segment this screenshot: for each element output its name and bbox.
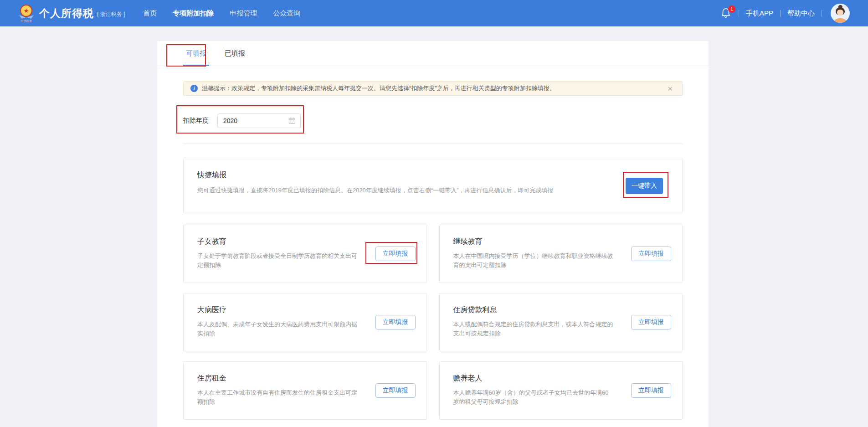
user-avatar[interactable]	[831, 4, 850, 23]
tab-bar: 可填报 已填报	[157, 41, 709, 66]
card-title: 子女教育	[197, 237, 358, 247]
nav-item-home[interactable]: 首页	[143, 9, 157, 18]
quick-fill-description: 您可通过快捷填报，直接将2019年度已填报的扣除信息。在2020年度继续填报，点…	[197, 186, 668, 195]
card-serious-illness: 大病医疗 本人及配偶、未成年子女发生的大病医药费用支出可限额内据实扣除 立即填报	[183, 293, 427, 351]
fill-now-button-housing-loan[interactable]: 立即填报	[631, 315, 671, 329]
topbar-right: 1 手机APP 帮助中心	[721, 4, 850, 23]
card-children-education: 子女教育 子女处于学前教育阶段或者接受全日制学历教育的相关支出可定额扣除 立即填…	[183, 225, 427, 283]
emblem-circle: ★	[20, 5, 32, 17]
deduction-year-value: 2020	[223, 117, 237, 124]
nav-item-special-deduction[interactable]: 专项附加扣除	[173, 9, 214, 18]
section-divider	[183, 144, 683, 144]
notice-banner: i 温馨提示：政策规定，专项附加扣除的采集需纳税人每年提交一次。请您先选择“扣除…	[183, 81, 683, 96]
deduction-year-input[interactable]: 2020	[217, 113, 301, 128]
fill-now-button-housing-rent[interactable]: 立即填报	[375, 383, 416, 398]
info-icon: i	[190, 85, 198, 92]
fill-now-button-continuing-education[interactable]: 立即填报	[631, 247, 671, 261]
fill-now-button-elderly-support[interactable]: 立即填报	[631, 383, 671, 398]
app-title: 个人所得税	[39, 6, 94, 21]
tax-emblem-logo: ★ 中国税务	[18, 3, 35, 23]
quick-fill-title: 快捷填报	[197, 170, 668, 180]
card-title: 赡养老人	[453, 374, 614, 383]
card-title: 住房租金	[197, 374, 358, 383]
fill-now-button-serious-illness[interactable]: 立即填报	[375, 315, 416, 329]
top-navigation-bar: ★ 中国税务 个人所得税 [ 浙江税务 ] 首页 专项附加扣除 申报管理 公众查…	[0, 0, 868, 26]
card-description: 子女处于学前教育阶段或者接受全日制学历教育的相关支出可定额扣除	[197, 252, 358, 270]
deduction-cards-grid: 子女教育 子女处于学前教育阶段或者接受全日制学历教育的相关支出可定额扣除 立即填…	[183, 225, 683, 420]
card-continuing-education: 继续教育 本人在中国境内接受学历（学位）继续教育和职业资格继续教育的支出可定额扣…	[439, 225, 683, 283]
notification-bell-icon[interactable]: 1	[721, 7, 732, 19]
card-description: 本人在中国境内接受学历（学位）继续教育和职业资格继续教育的支出可定额扣除	[453, 252, 614, 270]
tab-filled[interactable]: 已填报	[222, 41, 248, 66]
tab-fillable[interactable]: 可填报	[183, 41, 209, 66]
card-description: 本人赡养年满60岁（含）的父母或者子女均已去世的年满60岁的祖父母可按规定扣除	[453, 388, 614, 406]
mobile-app-link[interactable]: 手机APP	[746, 9, 773, 18]
card-elderly-support: 赡养老人 本人赡养年满60岁（含）的父母或者子女均已去世的年满60岁的祖父母可按…	[439, 361, 683, 420]
close-icon[interactable]: ×	[668, 84, 675, 93]
divider	[780, 10, 781, 17]
page: ★ 中国税务 个人所得税 [ 浙江税务 ] 首页 专项附加扣除 申报管理 公众查…	[0, 0, 868, 427]
nav-item-declaration[interactable]: 申报管理	[230, 9, 257, 18]
help-center-link[interactable]: 帮助中心	[787, 9, 815, 18]
card-title: 继续教育	[453, 237, 614, 247]
emblem-caption: 中国税务	[17, 19, 36, 23]
region-label: [ 浙江税务 ]	[97, 10, 125, 18]
divider	[822, 10, 822, 17]
quick-fill-card: 快捷填报 您可通过快捷填报，直接将2019年度已填报的扣除信息。在2020年度继…	[183, 158, 683, 213]
main-nav: 首页 专项附加扣除 申报管理 公众查询	[143, 9, 300, 18]
notification-badge: 1	[728, 5, 735, 13]
fill-now-button-children-education[interactable]: 立即填报	[375, 247, 416, 261]
card-title: 大病医疗	[197, 305, 358, 315]
divider	[739, 10, 739, 17]
calendar-icon[interactable]	[288, 117, 296, 124]
card-housing-rent: 住房租金 本人在主要工作城市没有自有住房而发生的住房租金支出可定额扣除 立即填报	[183, 361, 427, 420]
avatar-face	[837, 10, 843, 15]
deduction-year-row: 扣除年度 2020	[183, 113, 683, 128]
card-title: 住房贷款利息	[453, 305, 614, 315]
one-click-import-button[interactable]: 一键带入	[626, 178, 663, 194]
avatar-body	[834, 18, 846, 23]
content-panel: 可填报 已填报 i 温馨提示：政策规定，专项附加扣除的采集需纳税人每年提交一次。…	[157, 41, 709, 427]
card-description: 本人或配偶符合规定的住房贷款利息支出，或本人符合规定的支出可按规定扣除	[453, 320, 614, 338]
star-icon: ★	[24, 8, 29, 14]
notice-text: 温馨提示：政策规定，专项附加扣除的采集需纳税人每年提交一次。请您先选择“扣除年度…	[202, 84, 555, 93]
card-housing-loan-interest: 住房贷款利息 本人或配偶符合规定的住房贷款利息支出，或本人符合规定的支出可按规定…	[439, 293, 683, 351]
deduction-year-label: 扣除年度	[183, 117, 209, 125]
card-description: 本人在主要工作城市没有自有住房而发生的住房租金支出可定额扣除	[197, 388, 358, 406]
brand: ★ 中国税务 个人所得税 [ 浙江税务 ]	[18, 3, 125, 23]
card-description: 本人及配偶、未成年子女发生的大病医药费用支出可限额内据实扣除	[197, 320, 358, 338]
nav-item-public-query[interactable]: 公众查询	[273, 9, 300, 18]
